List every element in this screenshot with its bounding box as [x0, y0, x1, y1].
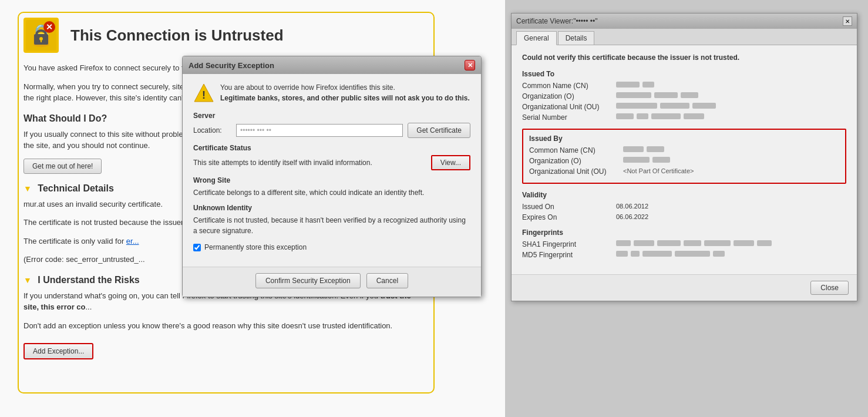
- location-input[interactable]: [236, 124, 403, 137]
- expires-on-value: 06.06.2022: [616, 213, 648, 221]
- sha1-row: SHA1 Fingerprint: [522, 240, 846, 248]
- org-unit-label: Organizational Unit (OU): [522, 103, 616, 111]
- org-unit-value: [616, 103, 716, 111]
- permanently-store-checkbox[interactable]: [193, 244, 201, 251]
- issued-by-title: Issued By: [529, 134, 839, 143]
- expires-on-label: Expires On: [522, 213, 616, 221]
- get-certificate-button[interactable]: Get Certificate: [408, 123, 470, 138]
- issued-on-label: Issued On: [522, 203, 616, 211]
- expires-on-row: Expires On 06.06.2022: [522, 213, 846, 221]
- sha1-label: SHA1 Fingerprint: [522, 240, 616, 248]
- issued-by-ou-label: Organizational Unit (OU): [529, 167, 623, 176]
- cert-viewer-window: Certificate Viewer:"••••• ••" ✕ General …: [511, 13, 857, 301]
- cert-row-ou: Organizational Unit (OU): [522, 103, 846, 111]
- issued-to-section: Issued To Common Name (CN) Organization …: [522, 70, 846, 122]
- server-section-title: Server: [193, 112, 470, 120]
- dialog-footer: Confirm Security Exception Cancel: [183, 267, 481, 297]
- warning-triangle-icon: !: [193, 82, 214, 103]
- blurred-value2: [642, 82, 654, 88]
- location-row: Location: Get Certificate: [193, 123, 470, 138]
- cert-viewer-title: Certificate Viewer:"••••• ••": [516, 17, 597, 25]
- dialog-title: Add Security Exception: [189, 61, 274, 70]
- issued-by-section: Issued By Common Name (CN) Organization …: [522, 129, 846, 184]
- dialog-overlay: Add Security Exception ✕ ! You are about…: [0, 0, 505, 417]
- cancel-button[interactable]: Cancel: [366, 273, 408, 288]
- cert-status-section: Certificate Status This site attempts to…: [193, 144, 470, 170]
- tab-details[interactable]: Details: [558, 31, 595, 45]
- issued-on-value: 08.06.2012: [616, 203, 648, 211]
- issued-by-ou-value: <Not Part Of Certificate>: [623, 167, 694, 176]
- serial-number-value: [616, 113, 704, 122]
- issued-to-title: Issued To: [522, 70, 846, 78]
- cert-viewer-titlebar: Certificate Viewer:"••••• ••" ✕: [512, 14, 857, 29]
- confirm-security-exception-button[interactable]: Confirm Security Exception: [255, 273, 361, 288]
- md5-value: [616, 251, 725, 259]
- unknown-identity-text: Certificate is not trusted, because it h…: [193, 215, 470, 236]
- cert-viewer-footer: Close: [512, 274, 857, 301]
- tab-general[interactable]: General: [516, 31, 557, 45]
- cert-row-cn: Common Name (CN): [522, 82, 846, 90]
- issued-by-cn-value: [623, 146, 664, 154]
- view-button[interactable]: View...: [431, 155, 470, 170]
- dialog-close-button[interactable]: ✕: [465, 60, 475, 70]
- md5-label: MD5 Fingerprint: [522, 251, 616, 259]
- permanently-store-label: Permanently store this exception: [204, 243, 307, 251]
- fingerprints-title: Fingerprints: [522, 228, 846, 237]
- add-security-exception-dialog: Add Security Exception ✕ ! You are about…: [182, 56, 482, 297]
- warning-text: You are about to override how Firefox id…: [220, 82, 470, 103]
- issued-by-ou: Organizational Unit (OU) <Not Part Of Ce…: [529, 167, 839, 176]
- issued-on-row: Issued On 08.06.2012: [522, 203, 846, 211]
- cert-warning: Could not verify this certificate becaus…: [522, 53, 846, 62]
- cert-status-text: This site attempts to identify itself wi…: [193, 159, 426, 167]
- issued-by-org: Organization (O): [529, 157, 839, 165]
- md5-row: MD5 Fingerprint: [522, 251, 846, 259]
- organization-label: Organization (O): [522, 92, 616, 100]
- cert-row-org: Organization (O): [522, 92, 846, 100]
- cert-tabs: General Details: [512, 29, 857, 45]
- cert-status-row: This site attempts to identify itself wi…: [193, 155, 470, 170]
- sha1-value: [616, 240, 772, 248]
- fingerprints-section: Fingerprints SHA1 Fingerprint MD5 Finger: [522, 228, 846, 259]
- cert-viewer-close-button-footer[interactable]: Close: [810, 281, 849, 295]
- issued-by-cn-label: Common Name (CN): [529, 146, 623, 154]
- firefox-error-panel: 🔒 ✕ This Connection is Untrusted You hav…: [0, 0, 505, 417]
- issued-by-cn: Common Name (CN): [529, 146, 839, 154]
- cert-status-title: Certificate Status: [193, 144, 470, 152]
- serial-number-label: Serial Number: [522, 113, 616, 122]
- issued-by-org-value: [623, 157, 670, 165]
- cert-content: Could not verify this certificate becaus…: [512, 45, 857, 274]
- common-name-label: Common Name (CN): [522, 82, 616, 90]
- location-label: Location:: [193, 126, 231, 134]
- validity-title: Validity: [522, 191, 846, 199]
- validity-section: Validity Issued On 08.06.2012 Expires On…: [522, 191, 846, 221]
- dialog-titlebar: Add Security Exception ✕: [183, 56, 481, 74]
- common-name-value: [616, 82, 654, 90]
- permanently-store-row: Permanently store this exception: [193, 243, 470, 251]
- wrong-site-text: Certificate belongs to a different site,…: [193, 187, 470, 198]
- cert-viewer-panel: Certificate Viewer:"••••• ••" ✕ General …: [505, 0, 868, 417]
- svg-text:!: !: [202, 89, 206, 101]
- organization-value: [616, 92, 698, 100]
- wrong-site-heading: Wrong Site: [193, 176, 470, 184]
- cert-viewer-close-button[interactable]: ✕: [843, 16, 852, 26]
- unknown-identity-heading: Unknown Identity: [193, 204, 470, 212]
- cert-row-serial: Serial Number: [522, 113, 846, 122]
- warning-row: ! You are about to override how Firefox …: [193, 82, 470, 103]
- issued-by-org-label: Organization (O): [529, 157, 623, 165]
- blurred-value: [616, 82, 640, 88]
